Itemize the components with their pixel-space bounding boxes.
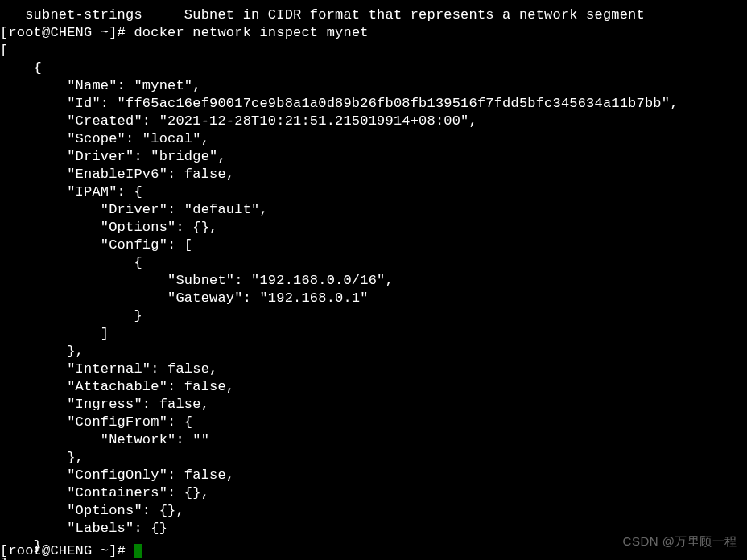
command-output: [ { "Name": "mynet", "Id": "ff65ac16ef90… xyxy=(0,42,747,560)
previous-output-line: subnet-strings Subnet in CIDR format tha… xyxy=(0,6,747,24)
csdn-watermark: CSDN @万里顾一程 xyxy=(623,533,737,550)
shell-prompt: [root@CHENG ~]# xyxy=(0,25,134,40)
shell-prompt-next: [root@CHENG ~]# xyxy=(0,543,134,558)
terminal-window[interactable]: subnet-strings Subnet in CIDR format tha… xyxy=(0,0,747,560)
command-text: docker network inspect mynet xyxy=(134,25,368,40)
cursor-icon xyxy=(134,544,142,558)
